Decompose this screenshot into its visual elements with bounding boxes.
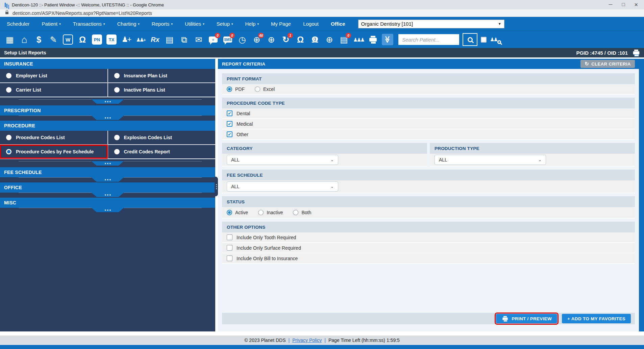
bill-to-insurance-checkbox[interactable] <box>227 255 232 261</box>
notes-icon[interactable]: ▤ <box>163 32 176 47</box>
medical-checkbox[interactable] <box>227 121 232 127</box>
report-option-explosion-codes-list[interactable]: Explosion Codes List <box>108 131 216 144</box>
menu-utilities[interactable]: Utilities▾ <box>185 21 204 27</box>
tooth-status-icon[interactable]: Ω2 <box>308 32 321 47</box>
eligibility-list-icon[interactable]: ▤0 <box>338 32 350 47</box>
time-clock-icon[interactable]: ◷ <box>236 32 249 47</box>
other-checkbox-row[interactable]: Other <box>222 129 635 140</box>
radio-icon[interactable] <box>114 73 120 78</box>
radio-icon[interactable] <box>6 135 11 140</box>
status-active-option[interactable]: Active <box>227 210 248 215</box>
prescription-rx-icon[interactable]: Rx <box>149 32 162 47</box>
print-icon[interactable] <box>367 32 379 47</box>
menu-my-page[interactable]: My Page <box>271 21 291 27</box>
tooth-chart-icon[interactable]: W <box>61 32 74 47</box>
payments-icon[interactable]: $ <box>32 32 45 47</box>
web-access-globe-icon[interactable]: ⊕ <box>323 32 336 47</box>
category-dropdown[interactable]: ALL ⌄ <box>227 155 338 165</box>
menu-scheduler[interactable]: Scheduler <box>7 21 30 27</box>
menu-reports[interactable]: Reports▾ <box>152 21 173 27</box>
report-option-procedure-codes-by-fee-schedule[interactable]: Procedure Codes by Fee Schedule <box>0 145 107 158</box>
perio-tooth-icon[interactable]: Ω <box>76 32 89 47</box>
section-header-procedure[interactable]: PROCEDURE <box>0 121 215 131</box>
radio-icon[interactable] <box>255 86 260 92</box>
progress-notes-icon[interactable]: PN <box>91 32 103 47</box>
radio-selected-icon[interactable] <box>227 86 232 92</box>
include-only-surface-required-row[interactable]: Include Only Surface Required <box>222 243 635 253</box>
staff-members-icon[interactable]: ♟♟♟ <box>352 32 365 47</box>
radio-icon[interactable] <box>114 87 120 93</box>
patient-portal-globe-icon[interactable]: ⊕ <box>265 32 278 47</box>
other-checkbox[interactable] <box>227 131 232 137</box>
mouth-watch-tooth-icon[interactable]: Ω <box>294 32 307 47</box>
home-icon[interactable]: ⌂ <box>18 32 31 47</box>
dental-checkbox-row[interactable]: Dental <box>222 108 635 119</box>
print-format-excel-option[interactable]: Excel <box>255 86 275 92</box>
print-page-icon[interactable] <box>633 51 640 54</box>
menu-transactions[interactable]: Transactions▾ <box>73 21 105 27</box>
surface-required-checkbox[interactable] <box>227 245 232 251</box>
charting-edit-icon[interactable]: ✎ <box>47 32 60 47</box>
sms-icon[interactable]: SMS0 <box>221 32 234 47</box>
minimize-button[interactable]: ─ <box>609 1 613 8</box>
url-text[interactable]: denticon.com/ASPX/NewReports.aspx?RptNam… <box>13 10 152 16</box>
collapse-handle-misc[interactable] <box>92 208 124 212</box>
scan-document-icon[interactable]: ⧉ <box>178 32 191 47</box>
include-only-tooth-required-row[interactable]: Include Only Tooth Required <box>222 232 635 243</box>
radio-icon[interactable] <box>6 87 11 93</box>
family-search-icon[interactable]: ♟♟ <box>490 36 500 43</box>
section-header-insurance[interactable]: INSURANCE <box>0 59 215 69</box>
browser-urlbar[interactable]: denticon.com/ASPX/NewReports.aspx?RptNam… <box>0 9 644 17</box>
collapse-handle-insurance[interactable] <box>92 99 124 104</box>
section-header-prescription[interactable]: PRESCRIPTION <box>0 105 215 116</box>
section-header-office[interactable]: OFFICE <box>0 182 215 193</box>
tooth-required-checkbox[interactable] <box>227 234 232 240</box>
patient-recall-icon[interactable]: ↻1 <box>279 32 292 47</box>
collapse-handle-procedure[interactable] <box>92 161 124 166</box>
online-requests-globe-icon[interactable]: ⊕48 <box>250 32 263 47</box>
mail-icon[interactable]: ✉ <box>192 32 205 47</box>
messages-icon[interactable]: ≡0 <box>207 32 220 47</box>
print-format-pdf-option[interactable]: PDF <box>227 86 245 92</box>
menu-logout[interactable]: Logout <box>303 21 319 27</box>
radio-selected-icon[interactable] <box>6 149 11 154</box>
radio-selected-icon[interactable] <box>227 210 232 215</box>
close-button[interactable]: × <box>634 1 638 8</box>
production-type-dropdown[interactable]: ALL ⌄ <box>435 155 546 165</box>
print-preview-button[interactable]: PRINT / PREVIEW <box>496 314 558 323</box>
menu-help[interactable]: Help▾ <box>245 21 259 27</box>
collapse-handle-office[interactable] <box>92 193 124 197</box>
maximize-button[interactable]: □ <box>622 1 625 8</box>
patient-search-button[interactable] <box>463 33 477 46</box>
add-to-my-favorites-button[interactable]: + ADD TO MY FAVORITES <box>562 314 631 323</box>
radio-icon[interactable] <box>6 73 11 78</box>
add-family-icon[interactable]: ♟♟+ <box>134 32 147 47</box>
menu-setup[interactable]: Setup▾ <box>217 21 233 27</box>
report-option-insurance-plan-list[interactable]: Insurance Plan List <box>108 69 216 82</box>
treatment-plan-icon[interactable]: TX <box>105 32 118 47</box>
dental-checkbox[interactable] <box>227 110 232 116</box>
radio-icon[interactable] <box>293 210 298 215</box>
status-inactive-option[interactable]: Inactive <box>258 210 283 215</box>
radio-icon[interactable] <box>114 135 120 140</box>
radio-icon[interactable] <box>258 210 264 215</box>
privacy-policy-link[interactable]: Privacy Policy <box>292 338 322 343</box>
search-patient-input[interactable] <box>398 34 459 45</box>
add-patient-icon[interactable]: ♟+ <box>120 32 132 47</box>
menu-patient[interactable]: Patient▾ <box>42 21 61 27</box>
radio-icon[interactable] <box>114 149 120 154</box>
report-option-inactive-plans-list[interactable]: Inactive Plans List <box>108 83 216 97</box>
clear-criteria-button[interactable]: ↻ CLEAR CRITERIA <box>580 60 635 68</box>
include-only-bill-to-insurance-row[interactable]: Include Only Bill to Insurance <box>222 253 635 264</box>
report-option-procedure-codes-list[interactable]: Procedure Codes List <box>0 131 107 144</box>
collapse-handle-prescription[interactable] <box>92 116 124 120</box>
calendar-icon[interactable]: ▦ <box>3 32 16 47</box>
fee-schedule-dropdown[interactable]: ALL ⌄ <box>227 181 338 192</box>
section-header-fee-schedule[interactable]: FEE SCHEDULE <box>0 167 215 177</box>
sidebar-splitter-handle[interactable] <box>215 177 218 196</box>
menu-charting[interactable]: Charting▾ <box>117 21 140 27</box>
section-header-misc[interactable]: MISC <box>0 198 215 208</box>
status-both-option[interactable]: Both <box>293 210 311 215</box>
collapse-toolbar-icon[interactable]: ≫ <box>381 32 394 47</box>
report-option-employer-list[interactable]: Employer List <box>0 69 107 82</box>
